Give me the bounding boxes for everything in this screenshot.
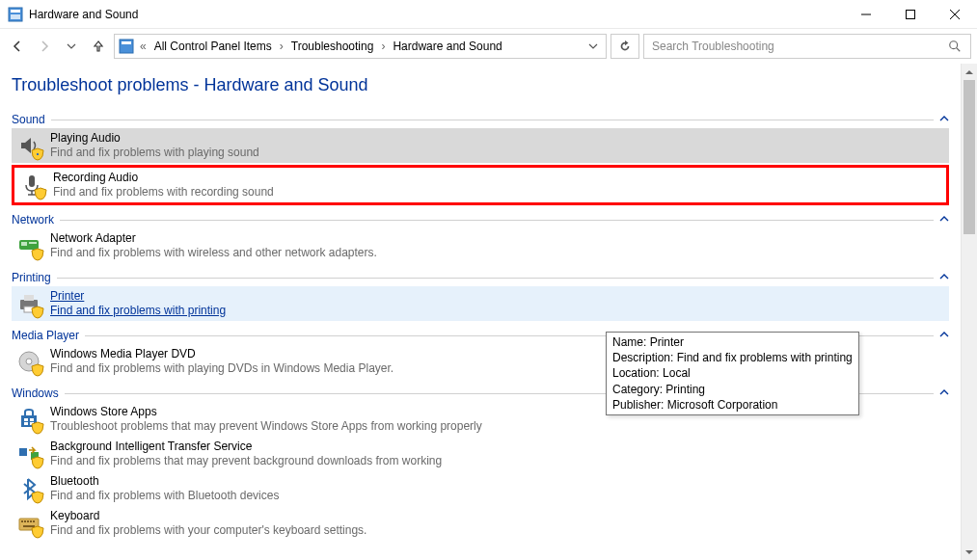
recent-locations-button[interactable] — [60, 35, 83, 58]
maximize-button[interactable] — [888, 0, 933, 29]
forward-button[interactable] — [33, 35, 56, 58]
troubleshooter-bits[interactable]: Background Intelligent Transfer Service … — [12, 437, 949, 471]
section-label: Network — [12, 213, 54, 227]
section-label: Windows — [12, 387, 59, 400]
navigation-bar: « All Control Panel Items › Troubleshoot… — [0, 29, 977, 64]
item-title: Network Adapter — [50, 231, 377, 246]
svg-rect-34 — [33, 520, 35, 522]
back-button[interactable] — [6, 35, 29, 58]
svg-rect-2 — [11, 14, 20, 19]
refresh-button[interactable] — [611, 34, 639, 59]
section-label: Sound — [12, 113, 45, 126]
item-subtitle: Find and fix problems with recording sou… — [53, 185, 274, 200]
content-area: Troubleshoot problems - Hardware and Sou… — [0, 64, 977, 560]
location-icon — [119, 39, 134, 54]
address-dropdown[interactable] — [584, 41, 602, 51]
svg-rect-4 — [907, 11, 915, 19]
svg-rect-27 — [19, 448, 27, 456]
collapse-icon[interactable] — [939, 329, 949, 342]
up-button[interactable] — [87, 35, 110, 58]
item-title: Playing Audio — [50, 131, 259, 146]
item-title: Keyboard — [50, 509, 366, 523]
item-title: Recording Audio — [53, 171, 274, 185]
chevron-right-icon: › — [278, 40, 285, 53]
highlight-box: Recording Audio Find and fix problems wi… — [12, 165, 949, 205]
section-network: Network Network Adapter Find and fix pro… — [12, 213, 949, 263]
svg-rect-16 — [21, 242, 27, 246]
content-scroll[interactable]: Troubleshoot problems - Hardware and Sou… — [0, 64, 961, 560]
troubleshooter-recording-audio[interactable]: Recording Audio Find and fix problems wi… — [14, 168, 946, 202]
collapse-icon[interactable] — [939, 271, 949, 284]
troubleshooter-playing-audio[interactable]: Playing Audio Find and fix problems with… — [12, 128, 949, 163]
svg-rect-1 — [11, 10, 20, 13]
item-subtitle: Find and fix problems with your computer… — [50, 523, 366, 538]
scroll-up-arrow[interactable] — [962, 64, 978, 80]
svg-rect-19 — [24, 295, 34, 301]
vertical-scrollbar[interactable] — [961, 64, 977, 560]
item-title: Windows Store Apps — [50, 405, 482, 419]
svg-rect-11 — [37, 153, 39, 155]
item-title: Background Intelligent Transfer Service — [50, 440, 442, 454]
tooltip-line: Publisher: Microsoft Corporation — [612, 397, 853, 413]
svg-rect-12 — [29, 175, 35, 187]
chevron-right-icon: › — [379, 40, 387, 53]
breadcrumb-item[interactable]: All Control Panel Items — [152, 40, 274, 53]
tooltip-line: Category: Printing — [612, 382, 853, 397]
svg-rect-32 — [27, 520, 29, 522]
search-input[interactable] — [652, 40, 947, 53]
item-title: Printer — [50, 289, 226, 304]
section-header-sound[interactable]: Sound — [12, 113, 949, 126]
transfer-icon — [15, 440, 42, 467]
collapse-icon[interactable] — [939, 113, 949, 126]
item-subtitle: Find and fix problems with wireless and … — [50, 246, 377, 260]
section-header-network[interactable]: Network — [12, 213, 949, 227]
tooltip-line: Name: Printer — [612, 334, 853, 350]
store-icon — [15, 406, 42, 433]
breadcrumb-item[interactable]: Hardware and Sound — [391, 40, 503, 53]
address-bar[interactable]: « All Control Panel Items › Troubleshoot… — [114, 34, 607, 59]
collapse-icon[interactable] — [939, 213, 949, 227]
svg-line-10 — [957, 48, 961, 52]
printer-icon — [15, 290, 42, 317]
scroll-down-arrow[interactable] — [962, 544, 978, 560]
crumb-prefix-chevron[interactable]: « — [138, 40, 149, 53]
section-header-printing[interactable]: Printing — [12, 271, 949, 284]
item-subtitle: Find and fix problems with Bluetooth dev… — [50, 489, 279, 503]
troubleshooter-keyboard[interactable]: Keyboard Find and fix problems with your… — [12, 506, 949, 541]
item-subtitle: Find and fix problems with printing — [50, 304, 226, 318]
dvd-icon — [15, 348, 42, 375]
bluetooth-icon — [15, 475, 42, 502]
control-panel-icon — [8, 7, 23, 22]
section-label: Media Player — [12, 329, 79, 342]
page-title: Troubleshoot problems - Hardware and Sou… — [12, 75, 949, 95]
svg-rect-17 — [29, 242, 37, 244]
item-subtitle: Find and fix problems with playing sound — [50, 146, 259, 160]
speaker-icon — [15, 132, 42, 159]
close-button[interactable] — [933, 0, 977, 29]
section-divider — [60, 220, 934, 221]
keyboard-icon — [15, 510, 42, 537]
section-sound: Sound Playing Audio Find and fix problem… — [12, 113, 949, 205]
minimize-button[interactable] — [844, 0, 888, 29]
troubleshooter-network-adapter[interactable]: Network Adapter Find and fix problems wi… — [12, 228, 949, 263]
titlebar: Hardware and Sound — [0, 0, 977, 29]
search-icon[interactable] — [947, 40, 963, 53]
collapse-icon[interactable] — [939, 387, 949, 400]
svg-rect-30 — [21, 520, 23, 522]
search-box[interactable] — [643, 34, 971, 59]
tooltip-line: Description: Find and fix problems with … — [612, 350, 853, 365]
svg-rect-31 — [24, 520, 26, 522]
section-divider — [57, 278, 934, 279]
troubleshooter-bluetooth[interactable]: Bluetooth Find and fix problems with Blu… — [12, 471, 949, 506]
microphone-icon — [18, 172, 45, 199]
svg-point-9 — [950, 41, 958, 49]
svg-rect-33 — [30, 520, 32, 522]
breadcrumb-item[interactable]: Troubleshooting — [289, 40, 376, 53]
troubleshooter-printer[interactable]: Printer Find and fix problems with print… — [12, 286, 949, 321]
section-label: Printing — [12, 271, 51, 284]
item-subtitle: Find and fix problems with playing DVDs … — [50, 361, 394, 376]
item-title: Windows Media Player DVD — [50, 347, 394, 361]
network-adapter-icon — [15, 232, 42, 259]
scroll-thumb[interactable] — [963, 80, 975, 234]
section-printing: Printing Printer Find and fix problems w… — [12, 271, 949, 321]
